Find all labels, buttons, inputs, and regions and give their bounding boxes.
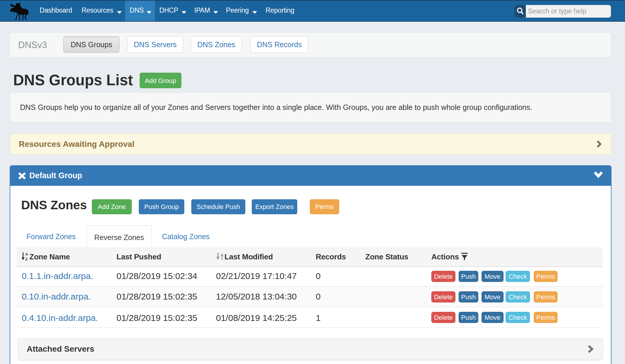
- svg-text:Z: Z: [25, 257, 28, 261]
- svg-text:A: A: [25, 252, 28, 256]
